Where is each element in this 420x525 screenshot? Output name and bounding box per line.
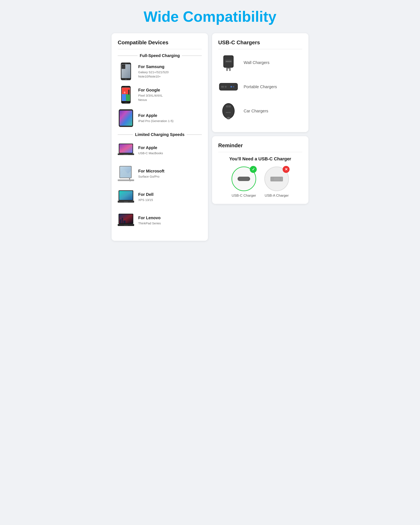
apple-macbook-models: USB-C MacBooks [138, 151, 163, 155]
usba-option: ✕ USB-A Charger [264, 167, 289, 198]
reminder-subtitle: You'll Need a USB-C Charger [218, 156, 302, 162]
svg-point-3 [125, 63, 126, 64]
svg-point-8 [122, 67, 123, 68]
dash-left [118, 56, 138, 56]
svg-text:ANKER: ANKER [226, 112, 231, 113]
svg-rect-17 [128, 90, 129, 95]
svg-rect-43 [122, 218, 123, 223]
microsoft-models: Surface Go/Pro [138, 174, 165, 179]
check-badge: ✓ [250, 166, 257, 173]
svg-rect-69 [239, 177, 249, 180]
svg-rect-27 [123, 154, 128, 155]
svg-point-58 [231, 86, 232, 87]
wall-charger-label: Wall Chargers [244, 60, 270, 65]
car-charger-image: ANKER [218, 102, 239, 120]
google-models: Pixel 3/3XL/4/4XLNexus [138, 93, 163, 102]
dash-right-2 [187, 134, 202, 135]
svg-rect-46 [124, 225, 128, 225]
dash-right [182, 56, 202, 56]
portable-charger-label: Portable Chargers [244, 84, 277, 89]
charger-compare: ✓ USB-C Charger [218, 167, 302, 198]
usbc-chargers-card: USB-C Chargers ANKER [212, 33, 308, 132]
svg-rect-13 [126, 94, 130, 101]
wall-charger-image: ANKER [218, 53, 239, 72]
device-row-samsung: For Samsung Galaxy S21+/S21/S20Note10/No… [118, 62, 202, 81]
dash-left-2 [118, 134, 133, 135]
svg-rect-33 [118, 179, 134, 181]
device-row-ipad: For Apple iPad Pro (Generation 1-5) [118, 109, 202, 127]
apple-macbook-image [118, 141, 134, 159]
samsung-name: For Samsung [138, 64, 168, 69]
svg-point-7 [124, 65, 125, 66]
microsoft-info: For Microsoft Surface Go/Pro [138, 169, 165, 179]
svg-rect-53 [229, 68, 231, 71]
right-column: USB-C Chargers ANKER [212, 33, 308, 241]
main-grid: Compatible Devices Full-Speed Charging [112, 33, 308, 241]
compatible-devices-title: Compatible Devices [118, 39, 202, 46]
svg-rect-21 [120, 111, 132, 126]
svg-rect-4 [125, 79, 127, 80]
ipad-info: For Apple iPad Pro (Generation 1-5) [138, 113, 174, 123]
device-row-lenovo: For Lenovo ThinkPad Series [118, 211, 202, 230]
svg-rect-44 [123, 220, 125, 223]
svg-point-59 [233, 86, 234, 87]
usba-circle: ✕ [264, 167, 289, 191]
device-row-google: G For Google Pixel 3/3XL/4/4XLNexus [118, 85, 202, 104]
samsung-models: Galaxy S21+/S21/S20Note10/Note10+ [138, 70, 168, 79]
svg-point-15 [125, 86, 126, 87]
limited-section-header: Limited Charging Speeds [118, 132, 202, 137]
dell-name: For Dell [138, 192, 153, 197]
lenovo-models: ThinkPad Series [138, 221, 161, 225]
charger-row-wall: ANKER Wall Chargers [218, 53, 302, 72]
portable-charger-image [218, 77, 239, 96]
full-speed-section-header: Full-Speed Charging [118, 53, 202, 58]
lenovo-image [118, 211, 134, 230]
svg-text:ANKER: ANKER [226, 60, 232, 62]
usba-label: USB-A Charger [265, 194, 289, 198]
svg-point-60 [235, 86, 236, 87]
svg-point-6 [122, 65, 124, 66]
google-name: For Google [138, 88, 163, 93]
compatible-devices-card: Compatible Devices Full-Speed Charging [112, 33, 208, 241]
dell-info: For Dell XPS 13/15 [138, 192, 153, 202]
limited-label: Limited Charging Speeds [135, 132, 184, 137]
samsung-image [118, 62, 134, 81]
svg-rect-56 [221, 86, 224, 88]
usbc-circle: ✓ [232, 167, 256, 191]
charger-row-portable: Portable Chargers [218, 77, 302, 96]
google-image: G [118, 85, 134, 104]
dell-models: XPS 13/15 [138, 198, 153, 202]
svg-rect-38 [124, 202, 128, 202]
charger-row-car: ANKER Car Chargers [218, 102, 302, 120]
microsoft-image [118, 164, 134, 183]
svg-rect-42 [120, 219, 121, 223]
microsoft-name: For Microsoft [138, 169, 165, 173]
usbc-option: ✓ USB-C Charger [232, 167, 256, 198]
svg-rect-57 [225, 86, 227, 88]
lenovo-info: For Lenovo ThinkPad Series [138, 216, 161, 225]
reminder-card: Reminder You'll Need a USB-C Charger ✓ U… [212, 136, 308, 204]
svg-rect-16 [124, 102, 127, 103]
ipad-image [118, 109, 134, 127]
device-row-dell: For Dell XPS 13/15 [118, 188, 202, 206]
device-row-microsoft: For Microsoft Surface Go/Pro [118, 164, 202, 183]
svg-rect-36 [119, 191, 133, 200]
samsung-info: For Samsung Galaxy S21+/S21/S20Note10/No… [138, 64, 168, 79]
car-charger-label: Car Chargers [244, 109, 268, 113]
device-row-apple-macbook: For Apple USB-C MacBooks [118, 141, 202, 159]
svg-rect-25 [119, 144, 132, 153]
svg-rect-66 [227, 117, 230, 119]
ipad-name: For Apple [138, 113, 174, 118]
google-info: For Google Pixel 3/3XL/4/4XLNexus [138, 88, 163, 102]
ipad-models: iPad Pro (Generation 1-5) [138, 119, 174, 123]
svg-rect-52 [226, 68, 228, 71]
lenovo-name: For Lenovo [138, 216, 161, 220]
apple-macbook-name: For Apple [138, 145, 163, 150]
reminder-title: Reminder [218, 142, 302, 149]
svg-text:G: G [124, 92, 125, 94]
dell-image [118, 188, 134, 206]
usbc-label: USB-C Charger [232, 194, 256, 198]
x-badge: ✕ [283, 166, 289, 173]
page-title: Wide Compatibility [144, 8, 276, 25]
svg-rect-12 [122, 94, 126, 101]
